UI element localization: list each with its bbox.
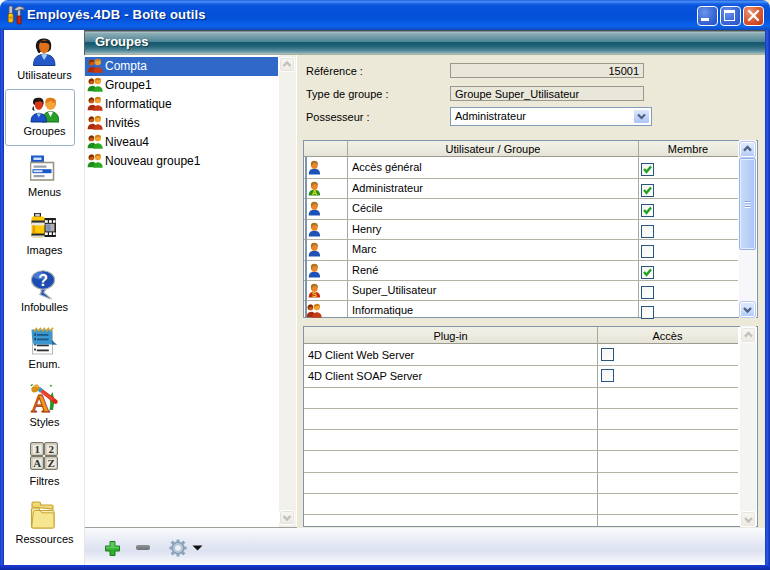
svg-text:S: S	[312, 290, 317, 298]
svg-text:?: ?	[38, 272, 48, 289]
svg-text:1: 1	[34, 443, 40, 455]
svg-text:A: A	[312, 188, 318, 196]
svg-text:2: 2	[48, 443, 54, 455]
svg-text:A: A	[33, 457, 41, 469]
svg-text:Z: Z	[48, 457, 55, 469]
